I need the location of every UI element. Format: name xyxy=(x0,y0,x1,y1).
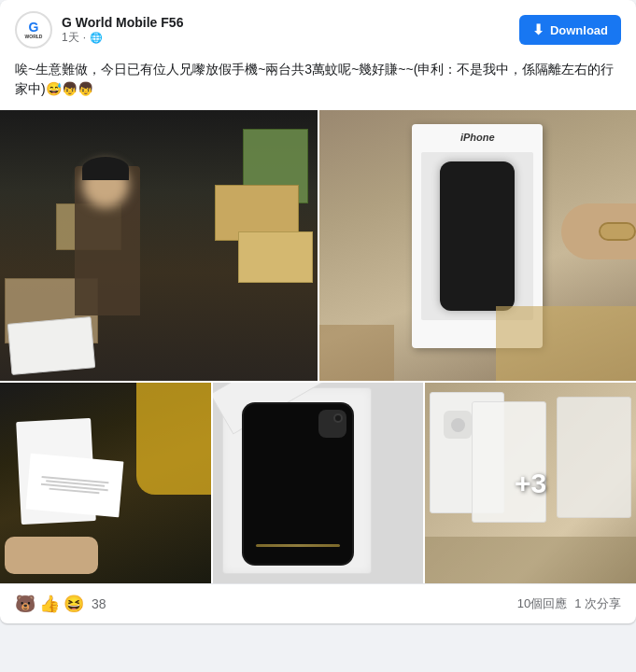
plus-badge: +3 xyxy=(515,468,546,498)
page-name[interactable]: G World Mobile F56 xyxy=(62,15,183,30)
reactions-bar: 🐻 👍 😆 38 10個回應 1 次分享 xyxy=(0,583,636,623)
download-button[interactable]: ⬇ Download xyxy=(519,15,621,45)
dot-separator: · xyxy=(83,31,86,44)
reaction-emoji-3: 😆 xyxy=(64,594,84,614)
image-grid-bottom: +3 xyxy=(0,383,636,583)
privacy-icon: 🌐 xyxy=(90,32,103,44)
post-image-bottom-mid[interactable] xyxy=(213,383,424,583)
post-image-top-right[interactable]: iPhone xyxy=(319,110,637,381)
post-card: G WORLD G World Mobile F56 1天 · 🌐 ⬇ Down… xyxy=(0,0,636,623)
reactions-right: 10個回應 1 次分享 xyxy=(517,595,621,612)
comments-count[interactable]: 10個回應 xyxy=(517,595,567,612)
shares-count[interactable]: 1 次分享 xyxy=(574,595,621,612)
post-meta: 1天 · 🌐 xyxy=(62,30,183,46)
post-text: 唉~生意難做，今日已有位人兄嚟放假手機~兩台共3萬蚊呢~幾好賺~~(申利：不是我… xyxy=(0,56,636,110)
post-header: G WORLD G World Mobile F56 1天 · 🌐 ⬇ Down… xyxy=(0,0,636,56)
post-image-bottom-right[interactable]: +3 xyxy=(425,383,636,583)
post-image-top-left[interactable] xyxy=(0,110,318,381)
download-label: Download xyxy=(550,23,608,37)
reaction-count: 38 xyxy=(92,596,106,611)
page-identity: G WORLD G World Mobile F56 1天 · 🌐 xyxy=(15,11,183,49)
reactions-left[interactable]: 🐻 👍 😆 38 xyxy=(15,594,106,614)
avatar[interactable]: G WORLD xyxy=(15,11,52,49)
download-icon: ⬇ xyxy=(532,21,544,38)
reaction-emoji-1: 🐻 xyxy=(15,594,35,614)
image-grid-top: iPhone xyxy=(0,110,636,381)
post-time: 1天 xyxy=(62,30,79,46)
reaction-emoji-2: 👍 xyxy=(39,594,60,614)
page-info: G World Mobile F56 1天 · 🌐 xyxy=(62,15,183,46)
post-image-bottom-left[interactable] xyxy=(0,383,211,583)
